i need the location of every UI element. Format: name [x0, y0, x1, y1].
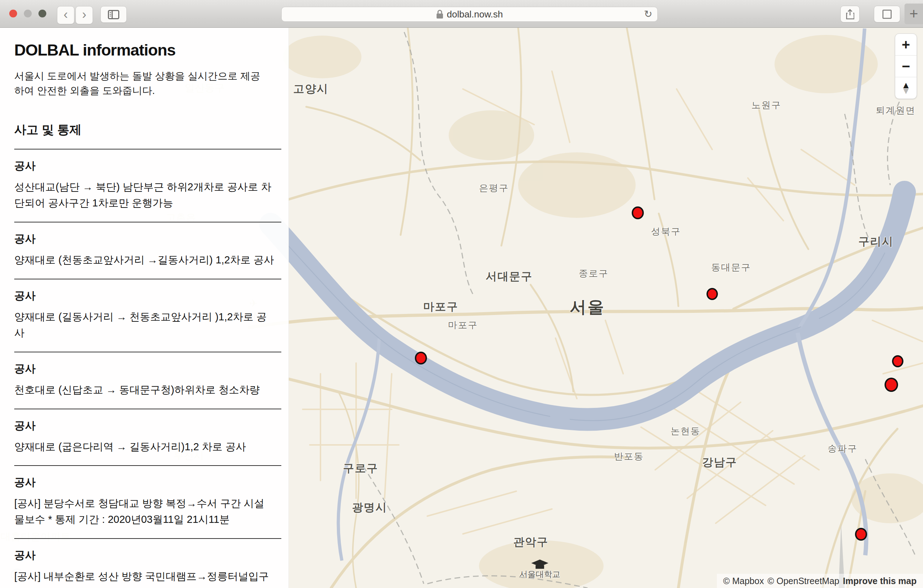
incident-description: 양재대로 (길동사거리 → 천동초교앞사거리 )1,2차로 공사 [14, 309, 274, 341]
forward-button[interactable]: › [76, 6, 93, 24]
address-bar[interactable]: dolbal.now.sh ↻ [281, 7, 658, 22]
mapbox-attribution-link[interactable]: © Mapbox [723, 576, 764, 586]
new-tab-button[interactable]: + [905, 3, 923, 24]
map-place-label: 종로구 [579, 267, 609, 280]
compass-down-icon: ▼ [901, 88, 910, 93]
incident-category: 공사 [14, 289, 281, 303]
tabs-icon [882, 10, 892, 19]
incident-marker[interactable] [415, 352, 427, 364]
close-window-button[interactable] [9, 10, 17, 18]
zoom-out-button[interactable]: − [895, 56, 916, 77]
incident-category: 공사 [14, 362, 281, 376]
map-place-label: 구로구 [343, 461, 379, 476]
incident-item[interactable]: 공사양재대로 (천동초교앞사거리 →길동사거리) 1,2차로 공사 [14, 222, 281, 279]
incident-category: 공사 [14, 419, 281, 433]
incident-description: [공사] 내부순환로 성산 방향 국민대램프→정릉터널입구 구간 시설물보수 [14, 568, 274, 588]
incident-item[interactable]: 공사성산대교(남단 → 북단) 남단부근 하위2개차로 공사로 차단되어 공사구… [14, 149, 281, 222]
page-description: 서울시 도로에서 발생하는 돌발 상황을 실시간으로 제공하여 안전한 외출을 … [14, 69, 267, 98]
map-place-label: 노원구 [751, 99, 781, 111]
map-place-label: 구리시 [859, 234, 894, 249]
map-place-label: 반포동 [614, 450, 644, 463]
share-button[interactable] [840, 6, 860, 23]
compass-button[interactable]: ▲ ▼ [895, 77, 916, 98]
incident-description: 양재대로 (천동초교앞사거리 →길동사거리) 1,2차로 공사 [14, 252, 274, 268]
incident-category: 공사 [14, 232, 281, 246]
incident-marker[interactable] [885, 378, 898, 392]
incident-item[interactable]: 공사양재대로 (길동사거리 → 천동초교앞사거리 )1,2차로 공사 [14, 279, 281, 352]
incident-marker[interactable] [855, 528, 867, 541]
map-place-label: 서울 [570, 296, 605, 318]
map-place-label: 강남구 [702, 455, 737, 470]
window-controls [9, 10, 46, 18]
map-place-label: 광명시 [352, 500, 388, 515]
refresh-button[interactable]: ↻ [644, 8, 652, 20]
zoom-in-button[interactable]: + [895, 34, 916, 56]
incident-item[interactable]: 공사양재대로 (굽은다리역 → 길동사거리)1,2 차로 공사 [14, 409, 281, 465]
map-place-label: 송파구 [828, 442, 857, 455]
share-icon [846, 9, 854, 20]
incident-category: 공사 [14, 475, 281, 490]
url-text: dolbal.now.sh [447, 9, 503, 20]
map-place-label: 마포구 [424, 299, 459, 314]
map-place-label: 서울대학교 [519, 569, 560, 580]
improve-map-link[interactable]: Improve this map [843, 576, 916, 586]
info-sidebar: DOLBAL informations 서울시 도로에서 발생하는 돌발 상황을… [0, 28, 289, 588]
map-place-label: 논현동 [670, 425, 700, 437]
incident-category: 공사 [14, 159, 281, 174]
section-title: 사고 및 통제 [14, 122, 281, 138]
map-place-label: 마포구 [448, 319, 478, 331]
incident-description: 성산대교(남단 → 북단) 남단부근 하위2개차로 공사로 차단되어 공사구간 … [14, 179, 274, 211]
map-place-label: 관악구 [514, 535, 549, 550]
map-zoom-control: + − ▲ ▼ [895, 33, 917, 99]
incident-description: [공사] 분당수서로 청담대교 방향 복정→수서 구간 시설물보수 * 통제 기… [14, 495, 274, 527]
map-place-label: 동대문구 [711, 261, 751, 274]
incident-item[interactable]: 공사[공사] 내부순환로 성산 방향 국민대램프→정릉터널입구 구간 시설물보수 [14, 538, 281, 588]
browser-toolbar: ‹ › dolbal.now.sh ↻ [0, 0, 923, 28]
incident-description: 양재대로 (굽은다리역 → 길동사거리)1,2 차로 공사 [14, 439, 274, 455]
incident-marker[interactable] [706, 288, 718, 300]
map-place-label: 퇴계원면 [875, 104, 915, 117]
map-place-label: 서대문구 [486, 269, 533, 284]
tab-overview-button[interactable] [874, 6, 900, 23]
incident-category: 공사 [14, 548, 281, 563]
zoom-window-button[interactable] [38, 10, 46, 18]
map-place-label: 고양시 [294, 82, 328, 97]
sidebar-icon [108, 10, 119, 19]
back-button[interactable]: ‹ [57, 6, 74, 24]
incident-description: 천호대로 (신답초교 → 동대문구청)하위차로 청소차량 [14, 382, 274, 398]
minimize-window-button[interactable] [24, 10, 32, 18]
osm-attribution-link[interactable]: © OpenStreetMap [767, 576, 839, 586]
lock-icon [436, 10, 443, 19]
incident-marker[interactable] [892, 355, 903, 367]
incident-item[interactable]: 공사[공사] 분당수서로 청담대교 방향 복정→수서 구간 시설물보수 * 통제… [14, 465, 281, 538]
map-attribution: © Mapbox © OpenStreetMap Improve this ma… [717, 574, 923, 588]
incident-marker[interactable] [632, 206, 644, 219]
page-title: DOLBAL informations [14, 41, 281, 59]
map-place-label: 성북구 [651, 225, 681, 238]
incident-list: 공사성산대교(남단 → 북단) 남단부근 하위2개차로 공사로 차단되어 공사구… [14, 149, 281, 588]
incident-item[interactable]: 공사천호대로 (신답초교 → 동대문구청)하위차로 청소차량 [14, 352, 281, 409]
map-place-label: 은평구 [479, 182, 509, 194]
sidebar-toggle-button[interactable] [100, 6, 127, 23]
